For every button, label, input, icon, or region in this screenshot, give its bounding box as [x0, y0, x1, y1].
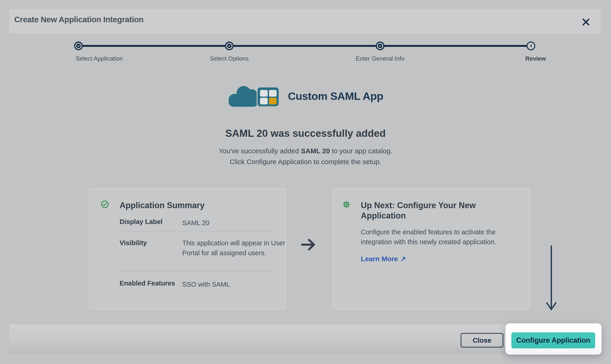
row-divider	[119, 271, 275, 271]
spotlight-highlight-panel: Configure Application	[506, 323, 602, 355]
summary-row-label: Enabled Features	[120, 280, 175, 287]
external-link-arrow-icon: ↗	[400, 255, 406, 262]
step-4-current-indicator: 4	[527, 41, 535, 50]
step-1-complete-check-icon	[74, 41, 83, 50]
app-logo-text: Custom SAML App	[288, 90, 383, 102]
green-gear-icon	[342, 201, 350, 209]
stepper-progress-line	[78, 45, 531, 47]
up-next-card-title: Up Next: Configure Your New Application	[361, 200, 480, 221]
app-logo: Custom SAML App	[0, 84, 611, 108]
dialog-title: Create New Application Integration	[14, 15, 143, 24]
close-button[interactable]: Close	[461, 333, 503, 348]
summary-row-value: SSO with SAML	[182, 280, 230, 289]
up-next-card-body: Configure the enabled features to activa…	[361, 227, 513, 247]
step-3-complete-check-icon	[376, 41, 384, 50]
learn-more-link[interactable]: Learn More↗	[361, 255, 406, 263]
step-2-complete-check-icon	[225, 41, 234, 50]
step-label-review: Review	[525, 55, 546, 62]
summary-row-label: Visibility	[120, 239, 147, 247]
dialog-header: Create New Application Integration	[9, 9, 601, 34]
summary-row-label: Display Label	[120, 218, 163, 226]
right-arrow-icon	[300, 238, 317, 252]
green-check-circle-icon	[101, 200, 109, 209]
up-next-card: Up Next: Configure Your New Application …	[333, 188, 530, 309]
down-arrow-annotation-icon	[546, 245, 557, 313]
app-name-emphasis: SAML 20	[301, 147, 330, 155]
success-message-line1: You've successfully added SAML 20 to you…	[219, 147, 392, 155]
close-icon	[582, 18, 590, 27]
application-summary-card: Application Summary Display Label SAML 2…	[89, 188, 286, 309]
step-label-enter-general-info: Enter General Info	[356, 55, 404, 62]
step-label-select-application: Select Application	[76, 55, 123, 62]
summary-row-value: SAML 20	[182, 218, 209, 228]
success-message-line2: Click Configure Application to complete …	[230, 158, 381, 166]
step-label-select-options: Select Options	[210, 55, 248, 62]
row-divider	[119, 231, 275, 231]
create-application-dialog: Create New Application Integration 4 Sel…	[0, 0, 611, 364]
configure-application-button[interactable]: Configure Application	[511, 332, 595, 348]
success-heading: SAML 20 was successfully added	[0, 128, 611, 139]
step-4-number: 4	[530, 44, 532, 48]
custom-saml-app-cloud-grid-icon	[228, 84, 280, 108]
summary-card-title: Application Summary	[120, 200, 205, 210]
close-dialog-button[interactable]	[581, 17, 591, 27]
success-message: You've successfully added SAML 20 to you…	[0, 145, 611, 167]
summary-row-value: This application will appear in User Por…	[182, 238, 285, 258]
